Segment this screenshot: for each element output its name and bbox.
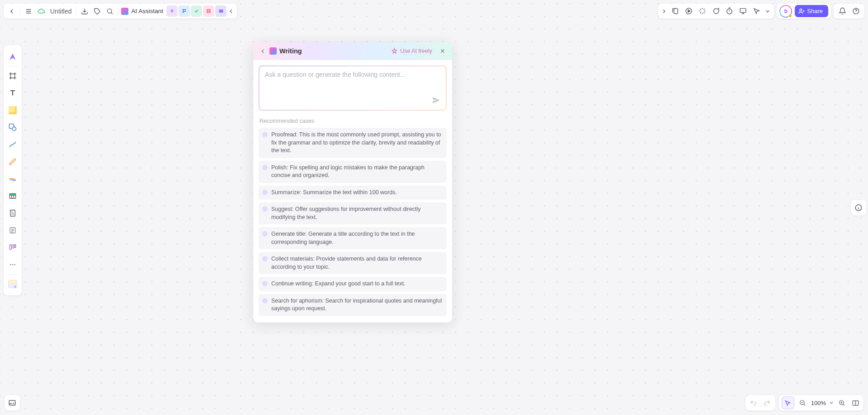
use-ai-freely-button[interactable]: Use AI freely <box>391 48 432 55</box>
sparkle-icon[interactable] <box>695 5 709 18</box>
expand-apps-icon[interactable] <box>660 5 668 18</box>
recommended-cases-title: Recommended cases <box>259 118 446 124</box>
collapse-apps-icon[interactable] <box>227 5 235 18</box>
svg-point-21 <box>12 264 14 266</box>
recommended-case[interactable]: Collect materials: Provide statements an… <box>259 252 447 274</box>
recommended-cases-list: Proofread: This is the most commonly use… <box>259 128 447 316</box>
ai-panel-header: Writing Use AI freely <box>253 42 452 60</box>
tag-icon[interactable] <box>91 5 104 18</box>
zoom-dropdown-icon[interactable] <box>828 396 835 410</box>
info-button[interactable] <box>851 200 866 215</box>
svg-point-12 <box>12 127 16 131</box>
ai-tool-icon[interactable] <box>6 50 19 63</box>
ai-input-wrap <box>259 65 447 111</box>
highlight-tool-icon[interactable] <box>6 172 19 186</box>
clipboard-icon[interactable] <box>668 5 682 18</box>
mini-app-3[interactable] <box>191 5 202 17</box>
undo-redo-group <box>745 395 775 410</box>
user-share-group: b Share <box>777 4 831 19</box>
svg-rect-19 <box>14 245 16 247</box>
redo-button[interactable] <box>760 396 774 410</box>
svg-point-20 <box>10 264 11 266</box>
share-button[interactable]: Share <box>795 5 828 17</box>
zoom-in-button[interactable] <box>835 396 849 410</box>
top-toolbar: Untitled AI Assistant P <box>4 4 237 19</box>
recommended-case[interactable]: Polish: Fix spelling and logic mistakes … <box>259 161 447 183</box>
notify-help-group <box>834 4 864 19</box>
templates-tool-icon[interactable]: b <box>6 277 19 291</box>
ai-assistant-label: AI Assistant <box>131 8 163 14</box>
undo-button[interactable] <box>747 396 760 410</box>
mini-app-5[interactable] <box>215 5 226 17</box>
ai-panel-title-wrap: Writing <box>269 47 302 55</box>
share-label: Share <box>807 8 823 14</box>
presentation-icon[interactable] <box>736 5 750 18</box>
minimap-button[interactable] <box>5 395 20 410</box>
svg-rect-5 <box>219 9 223 13</box>
svg-rect-14 <box>9 194 16 196</box>
ai-logo-icon <box>121 8 128 15</box>
recommended-case[interactable]: Proofread: This is the most commonly use… <box>259 128 447 158</box>
pen-tool-icon[interactable] <box>6 155 19 168</box>
bottom-right-controls: 100% <box>745 395 863 410</box>
back-icon[interactable] <box>5 5 18 18</box>
frame-tool-icon[interactable] <box>6 69 19 83</box>
sticky-note-tool-icon[interactable] <box>6 103 19 117</box>
fit-view-button[interactable] <box>849 396 862 410</box>
comment-icon[interactable] <box>709 5 722 18</box>
kanban-tool-icon[interactable] <box>6 241 19 254</box>
ai-logo-icon <box>269 47 277 55</box>
timer-icon[interactable] <box>722 5 736 18</box>
document-title[interactable]: Untitled <box>47 8 74 15</box>
ai-prompt-input[interactable] <box>265 71 440 98</box>
connector-tool-icon[interactable] <box>6 138 19 151</box>
cursor-icon[interactable] <box>750 5 763 18</box>
svg-rect-9 <box>740 9 746 12</box>
recommended-case[interactable]: Generate title: Generate a title accordi… <box>259 227 447 249</box>
svg-rect-18 <box>12 245 14 248</box>
download-icon[interactable] <box>78 5 91 18</box>
pointer-mode-button[interactable] <box>782 396 794 409</box>
mini-app-2[interactable]: P <box>179 5 190 17</box>
mini-app-1[interactable] <box>166 5 178 17</box>
bell-icon[interactable] <box>835 5 849 18</box>
svg-rect-1 <box>207 9 208 11</box>
cloud-sync-icon[interactable] <box>35 5 47 18</box>
shape-tool-icon[interactable] <box>6 121 19 134</box>
list-tool-icon[interactable] <box>6 224 19 237</box>
svg-rect-17 <box>9 245 11 250</box>
document-tool-icon[interactable] <box>6 206 19 220</box>
mini-app-4[interactable] <box>203 5 214 17</box>
send-icon[interactable] <box>430 94 442 106</box>
ai-panel-body: Recommended cases Proofread: This is the… <box>253 60 452 322</box>
close-icon[interactable] <box>438 46 448 56</box>
text-tool-icon[interactable] <box>6 86 19 100</box>
ai-panel-title: Writing <box>279 47 302 55</box>
zoom-out-button[interactable] <box>796 396 809 410</box>
ai-input-inner <box>259 66 446 110</box>
top-right-tools <box>658 4 774 19</box>
top-right-toolbar: b Share <box>658 4 864 19</box>
recommended-case[interactable]: Continue writing: Expand your good start… <box>259 277 447 291</box>
use-ai-freely-label: Use AI freely <box>400 48 432 54</box>
ai-assistant-button[interactable]: AI Assistant <box>120 8 166 15</box>
table-tool-icon[interactable] <box>6 189 19 203</box>
zoom-group: 100% <box>779 395 863 410</box>
ai-writing-panel: Writing Use AI freely Recommended cases … <box>253 42 452 322</box>
avatar[interactable]: b <box>779 5 792 18</box>
menu-icon[interactable] <box>22 5 35 18</box>
recommended-case[interactable]: Search for aphorism: Search for inspirat… <box>259 294 447 316</box>
play-icon[interactable] <box>682 5 695 18</box>
svg-point-22 <box>14 264 15 266</box>
recommended-case[interactable]: Summarize: Summarize the text within 100… <box>259 186 447 200</box>
ai-back-button[interactable] <box>258 46 268 56</box>
search-icon[interactable] <box>104 5 116 18</box>
zoom-level[interactable]: 100% <box>809 400 828 406</box>
recommended-case[interactable]: Suggest: Offer suggestions for improveme… <box>259 202 447 224</box>
help-icon[interactable] <box>849 5 863 18</box>
left-toolbar: b <box>4 45 22 295</box>
svg-rect-23 <box>9 401 15 406</box>
chevron-down-icon[interactable] <box>763 5 772 18</box>
more-tools-icon[interactable] <box>6 258 19 271</box>
svg-rect-4 <box>209 11 211 13</box>
